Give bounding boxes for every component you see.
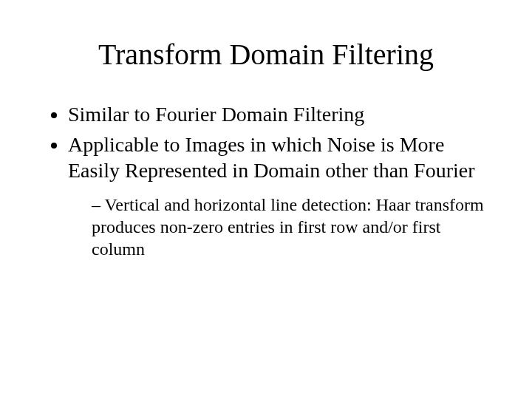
list-item: Similar to Fourier Domain Filtering xyxy=(68,101,495,127)
slide-title: Transform Domain Filtering xyxy=(37,37,495,72)
slide: Transform Domain Filtering Similar to Fo… xyxy=(0,0,532,399)
list-item: Applicable to Images in which Noise is M… xyxy=(68,132,495,260)
sub-bullet-list: Vertical and horizontal line detection: … xyxy=(68,194,495,260)
bullet-list: Similar to Fourier Domain Filtering Appl… xyxy=(37,101,495,260)
list-item: Vertical and horizontal line detection: … xyxy=(92,194,495,260)
list-item-text: Applicable to Images in which Noise is M… xyxy=(68,133,475,182)
